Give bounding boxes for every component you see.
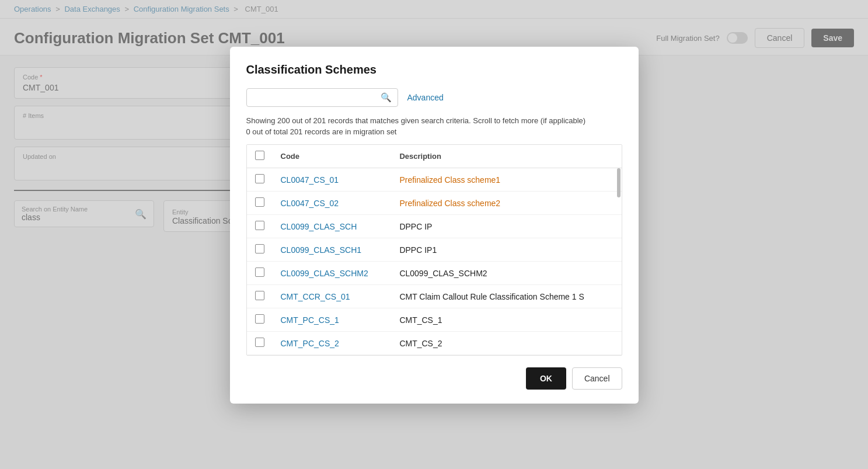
table-row: CL0099_CLAS_SCHDPPC IP [247, 215, 622, 238]
row-code-1: CL0047_CS_02 [273, 192, 392, 215]
row-checkbox-7[interactable] [255, 338, 264, 347]
modal-info-migration: 0 out of total 201 records are in migrat… [246, 127, 622, 136]
classification-schemes-modal: Classification Schemes 🔍 Advanced Showin… [230, 47, 639, 404]
row-code-5: CMT_CCR_CS_01 [273, 285, 392, 308]
row-description-5: CMT Claim Callout Rule Classification Sc… [391, 285, 621, 308]
advanced-link[interactable]: Advanced [407, 93, 444, 102]
table-row: CL0099_CLAS_SCH1DPPC IP1 [247, 238, 622, 262]
modal-search-icon: 🔍 [381, 92, 392, 103]
row-code-0: CL0047_CS_01 [273, 168, 392, 192]
scroll-indicator [617, 168, 621, 197]
modal-table-wrapper[interactable]: Code Description CL0047_CS_01Prefinalize… [246, 144, 622, 356]
row-checkbox-0[interactable] [255, 174, 264, 183]
row-checkbox-2[interactable] [255, 221, 264, 230]
row-checkbox-1[interactable] [255, 197, 264, 207]
row-checkbox-cell-4[interactable] [247, 262, 273, 285]
row-checkbox-cell-3[interactable] [247, 238, 273, 262]
table-row: CMT_PC_CS_2CMT_CS_2 [247, 332, 622, 355]
table-row: CMT_PC_CS_1CMT_CS_1 [247, 308, 622, 332]
row-description-7: CMT_CS_2 [391, 332, 621, 355]
modal-title: Classification Schemes [246, 63, 622, 77]
row-description-1: Prefinalized Class scheme2 [391, 192, 621, 215]
row-code-2: CL0099_CLAS_SCH [273, 215, 392, 238]
row-description-4: CL0099_CLAS_SCHM2 [391, 262, 621, 285]
row-checkbox-cell-0[interactable] [247, 168, 273, 192]
row-checkbox-cell-1[interactable] [247, 192, 273, 215]
row-checkbox-cell-2[interactable] [247, 215, 273, 238]
table-header-row: Code Description [247, 145, 622, 168]
table-row: CL0047_CS_01Prefinalized Class scheme1 [247, 168, 622, 192]
row-description-2: DPPC IP [391, 215, 621, 238]
table-row: CL0047_CS_02Prefinalized Class scheme2 [247, 192, 622, 215]
table-row: CMT_CCR_CS_01CMT Claim Callout Rule Clas… [247, 285, 622, 308]
description-column-header: Description [391, 145, 621, 168]
modal-search-input[interactable] [253, 93, 381, 102]
row-description-0: Prefinalized Class scheme1 [391, 168, 621, 192]
select-all-header[interactable] [247, 145, 273, 168]
modal-table: Code Description CL0047_CS_01Prefinalize… [247, 145, 622, 355]
code-column-header: Code [273, 145, 392, 168]
table-row: CL0099_CLAS_SCHM2CL0099_CLAS_SCHM2 [247, 262, 622, 285]
row-description-3: DPPC IP1 [391, 238, 621, 262]
modal-footer: OK Cancel [246, 367, 622, 390]
row-checkbox-cell-5[interactable] [247, 285, 273, 308]
modal-overlay: Classification Schemes 🔍 Advanced Showin… [0, 0, 868, 469]
row-description-6: CMT_CS_1 [391, 308, 621, 332]
row-checkbox-cell-7[interactable] [247, 332, 273, 355]
row-code-3: CL0099_CLAS_SCH1 [273, 238, 392, 262]
row-code-4: CL0099_CLAS_SCHM2 [273, 262, 392, 285]
row-code-6: CMT_PC_CS_1 [273, 308, 392, 332]
row-code-7: CMT_PC_CS_2 [273, 332, 392, 355]
page-background: Operations > Data Exchanges > Configurat… [0, 0, 868, 469]
row-checkbox-6[interactable] [255, 314, 264, 324]
ok-button[interactable]: OK [526, 367, 566, 390]
row-checkbox-5[interactable] [255, 291, 264, 300]
modal-info-count: Showing 200 out of 201 records that matc… [246, 116, 622, 125]
modal-search-wrapper[interactable]: 🔍 [246, 88, 398, 107]
row-checkbox-4[interactable] [255, 267, 264, 277]
cancel-modal-button[interactable]: Cancel [572, 367, 622, 390]
select-all-checkbox[interactable] [255, 151, 264, 160]
row-checkbox-3[interactable] [255, 244, 264, 253]
row-checkbox-cell-6[interactable] [247, 308, 273, 332]
modal-search-row: 🔍 Advanced [246, 88, 622, 107]
